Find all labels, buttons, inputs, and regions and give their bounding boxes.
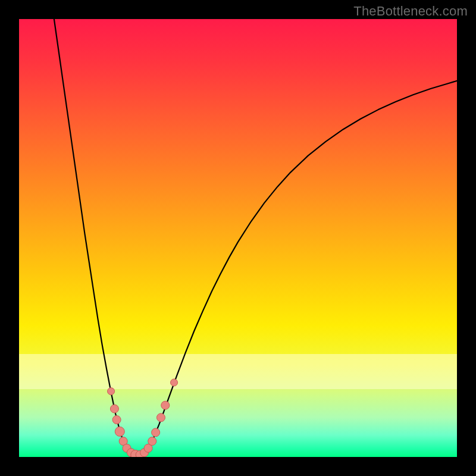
data-dot — [115, 427, 124, 436]
data-dot — [161, 401, 170, 409]
data-dots-group — [108, 379, 178, 457]
data-dot — [171, 379, 178, 386]
data-dot — [112, 415, 121, 424]
chart-frame: TheBottleneck.com — [0, 0, 476, 476]
chart-svg — [19, 19, 457, 457]
data-dot — [156, 414, 165, 422]
watermark-text: TheBottleneck.com — [353, 4, 468, 19]
plot-area — [19, 19, 457, 457]
data-dot — [108, 388, 115, 395]
data-dot — [152, 428, 160, 437]
data-dot — [148, 437, 156, 446]
data-dot — [110, 405, 118, 413]
